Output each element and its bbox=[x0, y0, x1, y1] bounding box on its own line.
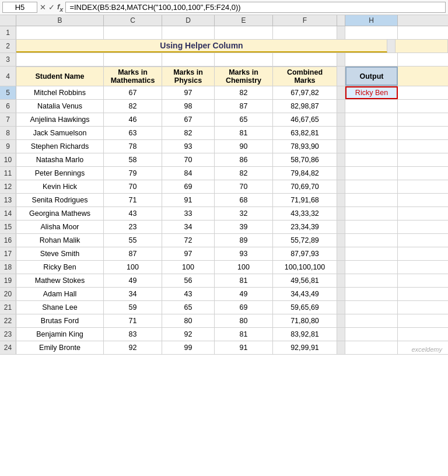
cell-c12[interactable]: 70 bbox=[104, 180, 162, 193]
cell-c9[interactable]: 78 bbox=[104, 140, 162, 153]
cell-c14[interactable]: 43 bbox=[104, 207, 162, 220]
cell-e5[interactable]: 82 bbox=[215, 86, 273, 99]
cell-c22[interactable]: 71 bbox=[104, 314, 162, 327]
cell-f24[interactable]: 92,99,91 bbox=[273, 341, 337, 354]
cell-b16[interactable]: Rohan Malik bbox=[16, 234, 104, 247]
cell-d11[interactable]: 84 bbox=[162, 167, 215, 180]
cell-h21[interactable] bbox=[345, 301, 398, 314]
cell-f1[interactable] bbox=[273, 26, 337, 39]
cell-e21[interactable]: 69 bbox=[215, 301, 273, 314]
cell-h10[interactable] bbox=[345, 153, 398, 166]
cell-c5[interactable]: 67 bbox=[104, 86, 162, 99]
cell-b11[interactable]: Peter Bennings bbox=[16, 167, 104, 180]
confirm-icon[interactable]: ✓ bbox=[48, 3, 55, 12]
cell-b21[interactable]: Shane Lee bbox=[16, 301, 104, 314]
cell-c13[interactable]: 71 bbox=[104, 194, 162, 206]
cell-b19[interactable]: Mathew Stokes bbox=[16, 274, 104, 287]
cell-d8[interactable]: 82 bbox=[162, 127, 215, 139]
cell-e23[interactable]: 81 bbox=[215, 328, 273, 341]
cell-c18[interactable]: 100 bbox=[104, 261, 162, 274]
cell-e18[interactable]: 100 bbox=[215, 261, 273, 274]
cell-f5[interactable]: 67,97,82 bbox=[273, 86, 337, 99]
cell-d5[interactable]: 97 bbox=[162, 86, 215, 99]
cell-b6[interactable]: Natalia Venus bbox=[16, 100, 104, 113]
cell-c7[interactable]: 46 bbox=[104, 113, 162, 126]
cell-c23[interactable]: 83 bbox=[104, 328, 162, 341]
cell-b1[interactable] bbox=[16, 26, 104, 39]
cell-d24[interactable]: 99 bbox=[162, 341, 215, 354]
cell-e13[interactable]: 68 bbox=[215, 194, 273, 206]
cell-f17[interactable]: 87,97,93 bbox=[273, 247, 337, 260]
cell-h6[interactable] bbox=[345, 100, 398, 113]
cell-b14[interactable]: Georgina Mathews bbox=[16, 207, 104, 220]
cell-d9[interactable]: 93 bbox=[162, 140, 215, 153]
cell-h20[interactable] bbox=[345, 288, 398, 300]
cancel-icon[interactable]: ✕ bbox=[40, 3, 46, 12]
cell-c24[interactable]: 92 bbox=[104, 341, 162, 354]
cell-h22[interactable] bbox=[345, 314, 398, 327]
cell-f7[interactable]: 46,67,65 bbox=[273, 113, 337, 126]
cell-e19[interactable]: 81 bbox=[215, 274, 273, 287]
col-header-e[interactable]: E bbox=[215, 15, 273, 26]
cell-e12[interactable]: 70 bbox=[215, 180, 273, 193]
cell-b9[interactable]: Stephen Richards bbox=[16, 140, 104, 153]
cell-e3[interactable] bbox=[215, 53, 273, 66]
cell-d23[interactable]: 92 bbox=[162, 328, 215, 341]
cell-e16[interactable]: 89 bbox=[215, 234, 273, 247]
cell-c10[interactable]: 58 bbox=[104, 153, 162, 166]
cell-f19[interactable]: 49,56,81 bbox=[273, 274, 337, 287]
cell-f14[interactable]: 43,33,32 bbox=[273, 207, 337, 220]
cell-c16[interactable]: 55 bbox=[104, 234, 162, 247]
cell-f15[interactable]: 23,34,39 bbox=[273, 220, 337, 233]
cell-reference[interactable] bbox=[2, 2, 37, 13]
cell-c20[interactable]: 34 bbox=[104, 288, 162, 300]
cell-b12[interactable]: Kevin Hick bbox=[16, 180, 104, 193]
cell-b10[interactable]: Natasha Marlo bbox=[16, 153, 104, 166]
cell-f22[interactable]: 71,80,80 bbox=[273, 314, 337, 327]
cell-c11[interactable]: 79 bbox=[104, 167, 162, 180]
cell-d14[interactable]: 33 bbox=[162, 207, 215, 220]
cell-h15[interactable] bbox=[345, 220, 398, 233]
col-header-c[interactable]: C bbox=[104, 15, 162, 26]
cell-h13[interactable] bbox=[345, 194, 398, 206]
cell-d20[interactable]: 43 bbox=[162, 288, 215, 300]
cell-b20[interactable]: Adam Hall bbox=[16, 288, 104, 300]
cell-e11[interactable]: 82 bbox=[215, 167, 273, 180]
cell-b5[interactable]: Mitchel Robbins bbox=[16, 86, 104, 99]
cell-h23[interactable] bbox=[345, 328, 398, 341]
cell-h12[interactable] bbox=[345, 180, 398, 193]
cell-e14[interactable]: 32 bbox=[215, 207, 273, 220]
cell-h17[interactable] bbox=[345, 247, 398, 260]
cell-b17[interactable]: Steve Smith bbox=[16, 247, 104, 260]
cell-e15[interactable]: 39 bbox=[215, 220, 273, 233]
cell-b23[interactable]: Benjamin King bbox=[16, 328, 104, 341]
col-header-h[interactable]: H bbox=[345, 15, 398, 26]
cell-d22[interactable]: 80 bbox=[162, 314, 215, 327]
cell-f8[interactable]: 63,82,81 bbox=[273, 127, 337, 139]
cell-f18[interactable]: 100,100,100 bbox=[273, 261, 337, 274]
cell-d13[interactable]: 91 bbox=[162, 194, 215, 206]
cell-e9[interactable]: 90 bbox=[215, 140, 273, 153]
cell-h11[interactable] bbox=[345, 167, 398, 180]
cell-h18[interactable] bbox=[345, 261, 398, 274]
cell-d12[interactable]: 69 bbox=[162, 180, 215, 193]
cell-f6[interactable]: 82,98,87 bbox=[273, 100, 337, 113]
cell-d17[interactable]: 97 bbox=[162, 247, 215, 260]
cell-f23[interactable]: 83,92,81 bbox=[273, 328, 337, 341]
cell-h19[interactable] bbox=[345, 274, 398, 287]
cell-c3[interactable] bbox=[104, 53, 162, 66]
formula-input[interactable] bbox=[65, 2, 446, 13]
cell-h7[interactable] bbox=[345, 113, 398, 126]
cell-d18[interactable]: 100 bbox=[162, 261, 215, 274]
cell-e8[interactable]: 81 bbox=[215, 127, 273, 139]
cell-h9[interactable] bbox=[345, 140, 398, 153]
cell-h1[interactable] bbox=[345, 26, 398, 39]
col-header-f[interactable]: F bbox=[273, 15, 337, 26]
cell-b22[interactable]: Brutas Ford bbox=[16, 314, 104, 327]
cell-e7[interactable]: 65 bbox=[215, 113, 273, 126]
cell-d19[interactable]: 56 bbox=[162, 274, 215, 287]
cell-f20[interactable]: 34,43,49 bbox=[273, 288, 337, 300]
cell-h14[interactable] bbox=[345, 207, 398, 220]
cell-e17[interactable]: 93 bbox=[215, 247, 273, 260]
cell-f21[interactable]: 59,65,69 bbox=[273, 301, 337, 314]
